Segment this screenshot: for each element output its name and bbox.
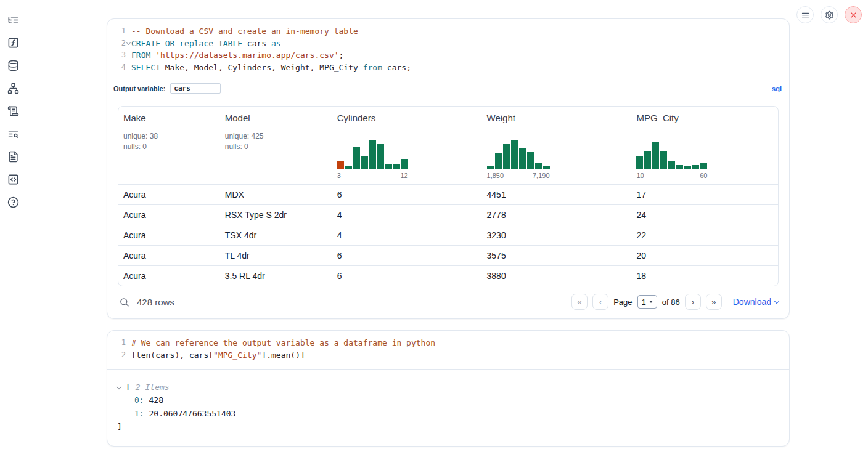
file-tree-button[interactable] bbox=[6, 14, 20, 26]
download-button[interactable]: Download bbox=[733, 297, 779, 307]
histogram-bar[interactable] bbox=[487, 166, 494, 169]
code-text: -- Download a CSV and create an in-memor… bbox=[126, 25, 358, 38]
table-row[interactable]: Acura3.5 RL 4dr6388018 bbox=[118, 265, 778, 286]
file-document-icon bbox=[7, 151, 19, 163]
column-name: MPG_City bbox=[636, 113, 773, 123]
histogram-bar[interactable] bbox=[337, 161, 344, 169]
python-code[interactable]: 1# We can reference the output variable … bbox=[107, 331, 789, 368]
code-text: [len(cars), cars["MPG_City"].mean()] bbox=[126, 349, 305, 362]
first-page-button[interactable]: « bbox=[571, 294, 588, 310]
search-button[interactable] bbox=[119, 297, 129, 307]
histogram-bar[interactable] bbox=[519, 148, 526, 169]
table-cell: 3230 bbox=[482, 225, 632, 245]
database-icon bbox=[7, 60, 19, 71]
histogram-bar[interactable] bbox=[684, 166, 691, 169]
histogram-bar[interactable] bbox=[543, 166, 550, 169]
table-cell: TL 4dr bbox=[220, 245, 332, 265]
tree-entry-key: 1: bbox=[134, 409, 149, 418]
histogram-bar[interactable] bbox=[503, 144, 510, 169]
column-header-model[interactable]: Modelunique: 425nulls: 0 bbox=[220, 107, 332, 184]
page-select[interactable]: 1 bbox=[637, 295, 657, 309]
code-line[interactable]: 2CREATE OR replace TABLE cars as bbox=[107, 38, 789, 50]
histogram-bar[interactable] bbox=[636, 156, 643, 169]
file-document-button[interactable] bbox=[6, 150, 20, 163]
tree-entry-value: 428 bbox=[149, 395, 163, 405]
table-cell: MDX bbox=[220, 184, 332, 204]
tree-entry: 1: 20.060747663551403 bbox=[117, 407, 779, 421]
prev-page-button[interactable]: ‹ bbox=[592, 294, 608, 310]
histogram-bar[interactable] bbox=[652, 142, 659, 169]
histogram-bar[interactable] bbox=[676, 165, 683, 169]
table-cell: Acura bbox=[118, 245, 220, 265]
table-cell: TSX 4dr bbox=[220, 225, 332, 245]
histogram-bar[interactable] bbox=[369, 140, 376, 169]
scroll-button[interactable] bbox=[6, 105, 20, 117]
help-icon bbox=[7, 196, 19, 208]
histogram-bar[interactable] bbox=[377, 144, 384, 169]
tree-collapse-toggle[interactable] bbox=[117, 385, 126, 389]
table-cell: Acura bbox=[118, 204, 220, 225]
column-stats: unique: 425nulls: 0 bbox=[225, 131, 327, 152]
column-header-cylinders[interactable]: Cylinders312 bbox=[332, 107, 482, 184]
window-controls bbox=[796, 6, 862, 23]
table-row[interactable]: AcuraTSX 4dr4323022 bbox=[118, 225, 778, 245]
sql-code[interactable]: 1-- Download a CSV and create an in-memo… bbox=[107, 19, 789, 81]
line-number: 4 bbox=[107, 62, 126, 74]
chevron-down-icon bbox=[117, 384, 121, 389]
last-page-button[interactable]: » bbox=[706, 294, 722, 310]
snippets-icon bbox=[7, 174, 19, 185]
column-header-make[interactable]: Makeunique: 38nulls: 0 bbox=[118, 107, 220, 184]
table-cell: 6 bbox=[332, 265, 482, 286]
tree-entry: 0: 428 bbox=[117, 394, 779, 407]
help-button[interactable] bbox=[6, 196, 20, 208]
code-line[interactable]: 3FROM 'https://datasets.marimo.app/cars.… bbox=[107, 49, 789, 62]
histogram-bar[interactable] bbox=[511, 140, 518, 169]
file-tree-icon bbox=[7, 14, 19, 26]
notebook-area: 1-- Download a CSV and create an in-memo… bbox=[107, 18, 790, 447]
search-logs-button[interactable] bbox=[6, 127, 20, 140]
histogram-axis-labels: 1060 bbox=[636, 172, 707, 179]
column-header-weight[interactable]: Weight1,8507,190 bbox=[482, 107, 632, 184]
line-number: 1 bbox=[107, 337, 126, 349]
table-row[interactable]: AcuraMDX6445117 bbox=[118, 184, 778, 204]
select-arrow-icon bbox=[649, 301, 653, 303]
page-total: of 86 bbox=[662, 297, 680, 307]
table-row[interactable]: AcuraRSX Type S 2dr4277824 bbox=[118, 204, 778, 225]
table-row[interactable]: AcuraTL 4dr6357520 bbox=[118, 245, 778, 265]
histogram-bar[interactable] bbox=[353, 147, 360, 169]
code-line[interactable]: 1-- Download a CSV and create an in-memo… bbox=[107, 25, 789, 38]
code-line[interactable]: 4SELECT Make, Model, Cylinders, Weight, … bbox=[107, 62, 789, 74]
histogram-bar[interactable] bbox=[527, 152, 534, 169]
menu-button[interactable] bbox=[796, 6, 814, 23]
histogram-bar[interactable] bbox=[361, 156, 368, 169]
next-page-button[interactable]: › bbox=[685, 294, 701, 310]
snippets-button[interactable] bbox=[6, 173, 20, 185]
tree-entry-value: 20.060747663551403 bbox=[149, 409, 235, 418]
histogram-bar[interactable] bbox=[385, 164, 392, 169]
histogram-bar[interactable] bbox=[535, 163, 542, 169]
histogram-bar[interactable] bbox=[495, 153, 502, 169]
table-cell: 17 bbox=[631, 184, 778, 204]
histogram-bar[interactable] bbox=[345, 166, 352, 169]
close-button[interactable] bbox=[845, 6, 862, 23]
dependency-graph-button[interactable] bbox=[6, 82, 20, 94]
output-variable-input[interactable] bbox=[170, 83, 221, 94]
histogram-bar[interactable] bbox=[660, 151, 667, 169]
histogram-bar[interactable] bbox=[668, 161, 675, 169]
code-line[interactable]: 1# We can reference the output variable … bbox=[107, 337, 789, 349]
code-line[interactable]: 2[len(cars), cars["MPG_City"].mean()] bbox=[107, 349, 789, 362]
settings-button[interactable] bbox=[821, 6, 838, 23]
column-header-mpg_city[interactable]: MPG_City1060 bbox=[631, 107, 778, 184]
histogram-bar[interactable] bbox=[692, 165, 699, 169]
page-select-value: 1 bbox=[642, 297, 646, 307]
language-badge: sql bbox=[772, 85, 782, 92]
column-name: Make bbox=[123, 113, 215, 123]
histogram-bar[interactable] bbox=[393, 164, 400, 169]
line-number: 1 bbox=[107, 25, 126, 38]
function-button[interactable] bbox=[6, 36, 20, 49]
histogram-bar[interactable] bbox=[644, 151, 651, 169]
histogram-bar[interactable] bbox=[401, 159, 408, 169]
database-button[interactable] bbox=[6, 59, 20, 71]
histogram-bar[interactable] bbox=[700, 163, 707, 169]
table-cell: Acura bbox=[118, 184, 220, 204]
